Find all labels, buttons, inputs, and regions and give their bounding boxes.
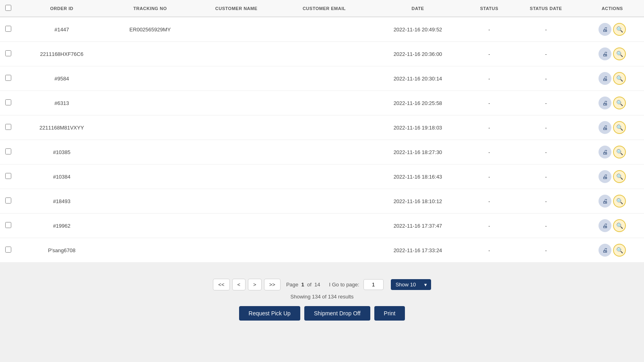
date-cell: 2022-11-16 20:36:00 (369, 42, 467, 66)
tracking-no-cell (107, 66, 193, 91)
print-row-button[interactable]: 🖨 (599, 170, 611, 183)
customer-name-cell (193, 214, 280, 238)
request-pickup-button[interactable]: Request Pick Up (239, 306, 300, 321)
row-checkbox[interactable] (5, 75, 11, 81)
next-page-button[interactable]: > (248, 279, 262, 290)
bottom-area: << < > >> Page 1 of 14 I Go to page: Sho… (0, 263, 644, 349)
order-id-cell: #10384 (16, 165, 107, 189)
date-header: DATE (369, 0, 467, 17)
orders-table-container: ORDER ID TRACKING NO CUSTOMER NAME CUSTO… (0, 0, 644, 263)
tracking-no-cell (107, 238, 193, 263)
row-checkbox[interactable] (5, 173, 11, 179)
print-row-button[interactable]: 🖨 (599, 219, 611, 232)
first-page-button[interactable]: << (213, 279, 229, 290)
print-row-button[interactable]: 🖨 (599, 121, 611, 134)
row-checkbox[interactable] (5, 50, 11, 56)
printer-icon: 🖨 (602, 51, 608, 57)
print-button[interactable]: Print (374, 306, 405, 321)
customer-email-cell (280, 42, 368, 66)
search-row-button[interactable]: 🔍 (613, 121, 626, 134)
row-checkbox[interactable] (5, 247, 11, 253)
tracking-no-cell (107, 42, 193, 66)
magnify-icon: 🔍 (616, 222, 623, 229)
print-row-button[interactable]: 🖨 (599, 97, 611, 109)
print-row-button[interactable]: 🖨 (599, 23, 611, 36)
row-checkbox[interactable] (5, 148, 11, 154)
last-page-button[interactable]: >> (264, 279, 281, 290)
status-date-header: STATUS DATE (511, 0, 580, 17)
show-select[interactable]: Show 10 Show 25 Show 50 Show 100 (391, 279, 431, 290)
actions-cell: 🖨🔍 (580, 66, 644, 91)
select-all-checkbox[interactable] (5, 5, 11, 11)
date-cell: 2022-11-16 18:10:12 (369, 189, 467, 214)
row-checkbox[interactable] (5, 124, 11, 130)
print-row-button[interactable]: 🖨 (599, 244, 611, 257)
tracking-no-cell (107, 140, 193, 165)
status-date-cell: - (511, 140, 580, 165)
order-id-cell: #9584 (16, 66, 107, 91)
status-header: STATUS (467, 0, 511, 17)
search-row-button[interactable]: 🔍 (613, 244, 626, 257)
print-row-button[interactable]: 🖨 (599, 195, 611, 208)
search-row-button[interactable]: 🔍 (613, 72, 626, 85)
table-body: #1447ER002565929MY2022-11-16 20:49:52--🖨… (0, 17, 644, 263)
tracking-no-cell (107, 115, 193, 140)
customer-name-cell (193, 17, 280, 42)
customer-name-cell (193, 238, 280, 263)
goto-label: I Go to page: (329, 282, 359, 288)
order-id-header: ORDER ID (16, 0, 107, 17)
search-row-button[interactable]: 🔍 (613, 195, 626, 208)
printer-icon: 🖨 (602, 222, 608, 229)
row-checkbox[interactable] (5, 26, 11, 32)
customer-email-cell (280, 214, 368, 238)
status-cell: - (467, 238, 511, 263)
actions-cell: 🖨🔍 (580, 189, 644, 214)
status-cell: - (467, 66, 511, 91)
search-row-button[interactable]: 🔍 (613, 47, 626, 60)
status-cell: - (467, 140, 511, 165)
status-date-cell: - (511, 238, 580, 263)
date-cell: 2022-11-16 20:30:14 (369, 66, 467, 91)
actions-cell: 🖨🔍 (580, 214, 644, 238)
print-row-button[interactable]: 🖨 (599, 72, 611, 85)
table-row: P'sang67082022-11-16 17:33:24--🖨🔍 (0, 238, 644, 263)
magnify-icon: 🔍 (616, 26, 623, 33)
print-row-button[interactable]: 🖨 (599, 47, 611, 60)
shipment-dropoff-button[interactable]: Shipment Drop Off (304, 306, 370, 321)
search-row-button[interactable]: 🔍 (613, 23, 626, 36)
printer-icon: 🖨 (602, 26, 608, 33)
search-row-button[interactable]: 🔍 (613, 97, 626, 109)
status-cell: - (467, 115, 511, 140)
goto-input[interactable] (363, 279, 384, 290)
status-date-cell: - (511, 214, 580, 238)
customer-email-cell (280, 17, 368, 42)
order-id-cell: #10385 (16, 140, 107, 165)
search-row-button[interactable]: 🔍 (613, 170, 626, 183)
printer-icon: 🖨 (602, 100, 608, 106)
order-id-cell: #19962 (16, 214, 107, 238)
customer-name-cell (193, 140, 280, 165)
customer-email-cell (280, 238, 368, 263)
magnify-icon: 🔍 (616, 149, 623, 155)
status-cell: - (467, 189, 511, 214)
table-row: 2211168HXF76C62022-11-16 20:36:00--🖨🔍 (0, 42, 644, 66)
print-row-button[interactable]: 🖨 (599, 146, 611, 158)
search-row-button[interactable]: 🔍 (613, 146, 626, 158)
select-all-header (0, 0, 16, 17)
status-date-cell: - (511, 66, 580, 91)
customer-email-cell (280, 115, 368, 140)
date-cell: 2022-11-16 17:37:47 (369, 214, 467, 238)
pagination-container: << < > >> Page 1 of 14 I Go to page: Sho… (0, 271, 644, 333)
row-checkbox[interactable] (5, 99, 11, 105)
customer-email-cell (280, 189, 368, 214)
printer-icon: 🖨 (602, 124, 608, 131)
tracking-no-cell (107, 189, 193, 214)
table-row: #63132022-11-16 20:25:58--🖨🔍 (0, 91, 644, 115)
row-checkbox[interactable] (5, 222, 11, 228)
actions-header: ACTIONS (580, 0, 644, 17)
prev-page-button[interactable]: < (232, 279, 246, 290)
search-row-button[interactable]: 🔍 (613, 219, 626, 232)
show-select-wrapper: Show 10 Show 25 Show 50 Show 100 ▼ (391, 279, 431, 290)
order-id-cell: #18493 (16, 189, 107, 214)
row-checkbox[interactable] (5, 197, 11, 204)
